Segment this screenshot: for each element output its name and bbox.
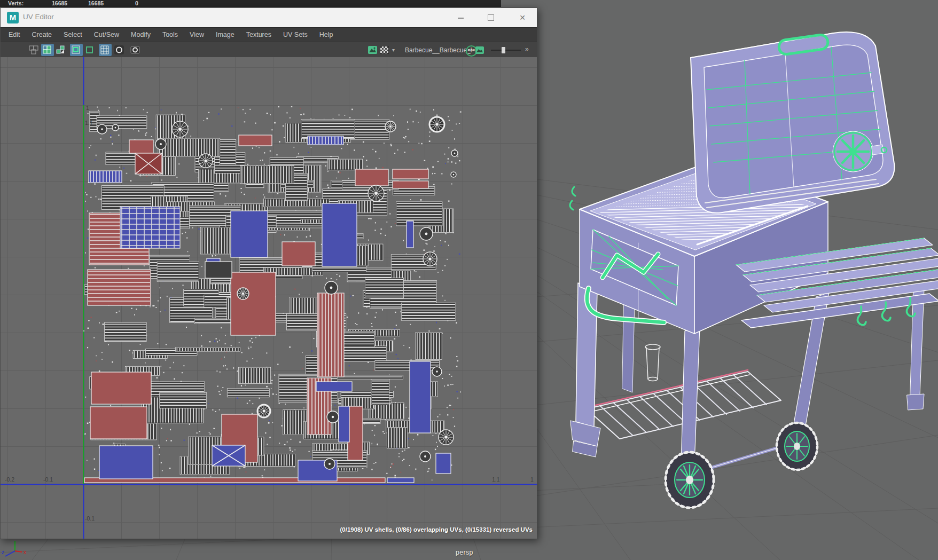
- hud-verts-label: Verts:: [8, 0, 24, 7]
- single-shell-icon[interactable]: [83, 44, 96, 56]
- border-shell-icon[interactable]: [70, 44, 83, 56]
- menu-item-textures[interactable]: Textures: [240, 31, 277, 38]
- ruler-label-v1_1: 1.1: [85, 120, 93, 126]
- ruler-label-u-1: 1: [530, 476, 534, 483]
- heads-up-display: Verts: 16685 16685 0: [0, 0, 501, 7]
- maximize-button[interactable]: [485, 13, 497, 22]
- texture-name-label[interactable]: Barbecue__Barbecue_l: [405, 46, 472, 54]
- menu-item-uv-sets[interactable]: UV Sets: [277, 31, 314, 38]
- image-display-icon[interactable]: [475, 44, 484, 56]
- menu-item-cut-sew[interactable]: Cut/Sew: [88, 31, 125, 38]
- uv-editor-window: M UV Editor ✕ EditCreateSelectCut/SewMod…: [0, 7, 537, 539]
- window-title: UV Editor: [23, 13, 54, 21]
- ruler-label-v1: 1: [86, 105, 89, 111]
- axis-z-label: z: [2, 549, 4, 555]
- lid: [691, 32, 894, 213]
- wheel-right: [777, 423, 817, 470]
- view-image-icon[interactable]: [129, 44, 142, 56]
- menu-item-select[interactable]: Select: [58, 31, 88, 38]
- toolbar: ▾ Barbecue__Barbecue_l RGB »: [1, 42, 537, 59]
- uv-status-line: (0/1908) UV shells, (0/86) overlapping U…: [340, 526, 533, 533]
- menu-item-edit[interactable]: Edit: [3, 31, 26, 38]
- menu-bar: EditCreateSelectCut/SewModifyToolsViewIm…: [1, 27, 537, 42]
- toolbar-overflow-icon[interactable]: »: [525, 45, 528, 53]
- hud-verts-total: 16685: [52, 0, 67, 7]
- grill-model: [570, 32, 938, 508]
- menu-item-modify[interactable]: Modify: [125, 31, 157, 38]
- ruler-label-vneg: -0.1: [85, 515, 95, 522]
- shell-layout-icon[interactable]: [54, 44, 67, 56]
- menu-item-tools[interactable]: Tools: [157, 31, 184, 38]
- ruler-label-u-neg02: -0.2: [5, 476, 14, 483]
- menu-item-image[interactable]: Image: [210, 31, 240, 38]
- tile-layout-icon[interactable]: [41, 44, 54, 56]
- pixel-grid-icon[interactable]: [99, 44, 112, 56]
- view-axis-gizmo: z x: [0, 537, 64, 560]
- maya-workspace: { "hud": {"verts_label": "Verts:", "valu…: [0, 0, 938, 560]
- wheel-left: [666, 452, 714, 508]
- exposure-slider-track[interactable]: [491, 50, 521, 51]
- checker-map-icon[interactable]: [378, 44, 390, 56]
- menu-item-create[interactable]: Create: [26, 31, 58, 38]
- uv-grid-icon[interactable]: [27, 44, 40, 56]
- ruler-label-u-neg01: -0.1: [43, 476, 53, 483]
- camera-label: persp: [456, 549, 473, 556]
- close-button[interactable]: ✕: [517, 13, 528, 22]
- dim-image-icon[interactable]: [113, 44, 126, 56]
- hud-verts-selected: 0: [135, 0, 138, 7]
- menu-item-view[interactable]: View: [184, 31, 210, 38]
- view-image-icon[interactable]: [366, 44, 379, 56]
- maya-app-icon: M: [7, 12, 19, 23]
- uv-canvas[interactable]: 1.1 1 -0.1 -0.2 -0.1 1.1 1 (0/1908) UV s…: [1, 57, 537, 539]
- menu-item-help[interactable]: Help: [314, 31, 339, 38]
- ruler-label-u-11: 1.1: [492, 476, 500, 483]
- title-bar[interactable]: M UV Editor ✕: [1, 8, 537, 27]
- hud-verts-shaded: 16685: [88, 0, 104, 7]
- exposure-slider-knob[interactable]: [502, 47, 505, 53]
- axis-x-label: x: [24, 549, 26, 555]
- ash-cup: [645, 344, 660, 381]
- chevron-down-icon[interactable]: ▾: [392, 47, 395, 53]
- minimize-button[interactable]: [455, 13, 466, 22]
